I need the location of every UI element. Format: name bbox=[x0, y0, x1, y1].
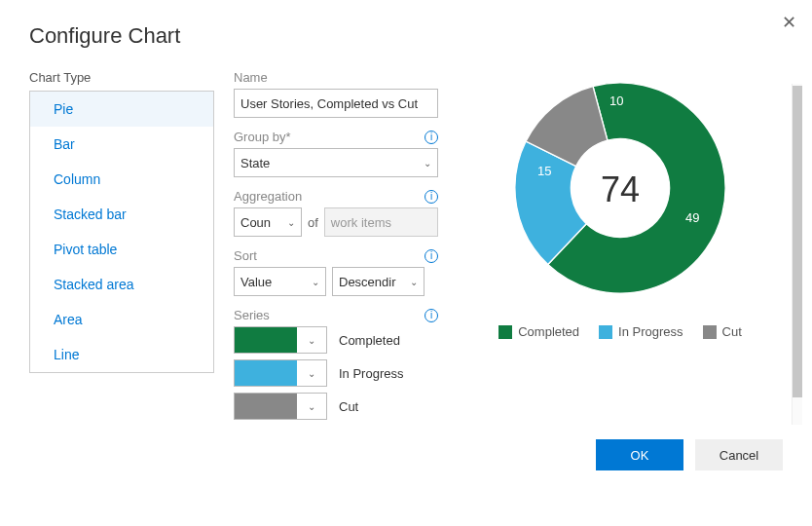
legend-item: Cut bbox=[703, 324, 742, 339]
chart-type-stacked-area[interactable]: Stacked area bbox=[30, 267, 213, 302]
series-label: Completed bbox=[339, 333, 400, 348]
slice-value: 10 bbox=[609, 94, 623, 108]
series-color-picker[interactable]: ⌄ bbox=[234, 326, 327, 354]
chart-type-pivot-table[interactable]: Pivot table bbox=[30, 232, 213, 267]
info-icon[interactable]: i bbox=[424, 131, 438, 144]
group-by-select[interactable]: State ⌄ bbox=[234, 148, 438, 177]
series-label: Cut bbox=[339, 399, 358, 414]
aggregation-field-disabled: work items bbox=[324, 207, 438, 237]
legend-item: In Progress bbox=[599, 324, 683, 339]
chevron-down-icon: ⌄ bbox=[297, 394, 326, 419]
close-icon[interactable]: ✕ bbox=[782, 12, 796, 33]
chevron-down-icon: ⌄ bbox=[297, 360, 326, 386]
group-by-label: Group by* bbox=[234, 130, 291, 144]
aggregation-label: Aggregation bbox=[234, 189, 302, 204]
group-by-value: State bbox=[240, 156, 270, 170]
legend-label: Completed bbox=[518, 324, 579, 339]
chart-type-pie[interactable]: Pie bbox=[30, 92, 213, 127]
sort-direction-select[interactable]: Descendir ⌄ bbox=[332, 267, 424, 296]
series-label: In Progress bbox=[339, 366, 403, 381]
of-label: of bbox=[308, 215, 318, 230]
chart-type-label: Chart Type bbox=[29, 70, 214, 85]
chart-type-bar[interactable]: Bar bbox=[30, 127, 213, 162]
dialog-title: Configure Chart bbox=[29, 23, 180, 49]
color-swatch bbox=[235, 360, 297, 386]
name-label: Name bbox=[234, 70, 268, 85]
series-row: ⌄Completed bbox=[234, 326, 438, 354]
series-row: ⌄In Progress bbox=[234, 359, 438, 387]
sort-field-select[interactable]: Value ⌄ bbox=[234, 267, 326, 296]
slice-value: 49 bbox=[685, 210, 699, 225]
sort-label: Sort bbox=[234, 248, 257, 263]
chart-type-column[interactable]: Column bbox=[30, 162, 213, 197]
color-swatch bbox=[235, 327, 297, 353]
chevron-down-icon: ⌄ bbox=[312, 277, 319, 287]
series-row: ⌄Cut bbox=[234, 393, 438, 420]
name-input[interactable] bbox=[234, 89, 438, 118]
chevron-down-icon: ⌄ bbox=[287, 217, 295, 228]
chart-type-area[interactable]: Area bbox=[30, 302, 213, 337]
aggregation-field-placeholder: work items bbox=[331, 215, 391, 230]
cancel-button[interactable]: Cancel bbox=[695, 439, 783, 470]
info-icon[interactable]: i bbox=[424, 190, 438, 204]
series-label: Series bbox=[234, 308, 270, 322]
info-icon[interactable]: i bbox=[424, 249, 438, 263]
sort-field-value: Value bbox=[240, 275, 272, 289]
legend-swatch bbox=[599, 325, 612, 339]
color-swatch bbox=[235, 394, 297, 419]
legend-label: In Progress bbox=[618, 324, 683, 339]
slice-value: 15 bbox=[537, 164, 551, 178]
chart-type-line[interactable]: Line bbox=[30, 337, 213, 372]
aggregation-select[interactable]: Coun ⌄ bbox=[234, 207, 302, 237]
sort-direction-value: Descendir bbox=[339, 275, 396, 289]
series-color-picker[interactable]: ⌄ bbox=[234, 393, 327, 420]
scrollbar[interactable] bbox=[792, 84, 802, 425]
chevron-down-icon: ⌄ bbox=[424, 158, 431, 169]
series-color-picker[interactable]: ⌄ bbox=[234, 359, 327, 387]
chevron-down-icon: ⌄ bbox=[410, 277, 418, 287]
legend-label: Cut bbox=[722, 324, 742, 339]
aggregation-value: Coun bbox=[240, 215, 271, 230]
chart-type-list: PieBarColumnStacked barPivot tableStacke… bbox=[29, 91, 214, 373]
legend-swatch bbox=[498, 325, 512, 339]
legend-swatch bbox=[703, 325, 717, 339]
info-icon[interactable]: i bbox=[424, 309, 438, 322]
ok-button[interactable]: OK bbox=[596, 439, 683, 470]
legend-item: Completed bbox=[498, 324, 579, 339]
chevron-down-icon: ⌄ bbox=[297, 327, 326, 353]
chart-preview: 74 491510 bbox=[508, 76, 732, 303]
chart-type-stacked-bar[interactable]: Stacked bar bbox=[30, 197, 213, 232]
scrollbar-thumb[interactable] bbox=[793, 86, 802, 397]
